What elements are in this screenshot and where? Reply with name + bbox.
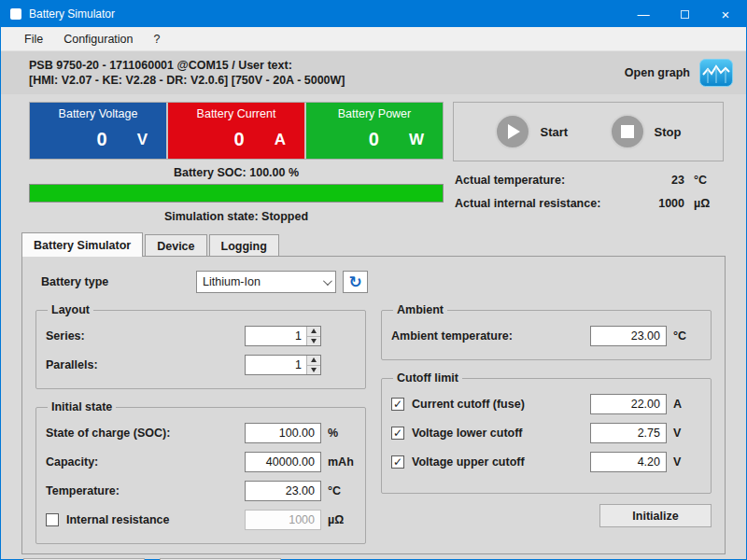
ambient-temperature-unit: °C <box>673 329 701 343</box>
actual-temperature-value: 23 <box>671 174 684 187</box>
voltage-lower-cutoff-checkbox[interactable]: ✓ <box>391 427 404 440</box>
power-unit: W <box>409 131 424 149</box>
current-unit: A <box>275 131 286 149</box>
actual-temperature-row: Actual temperature: 23 °C <box>455 174 722 187</box>
maximize-button[interactable] <box>664 1 705 27</box>
soc-input[interactable] <box>245 423 321 443</box>
voltage-lower-cutoff-input[interactable] <box>590 423 667 443</box>
temperature-input[interactable] <box>245 481 321 501</box>
actual-resistance-value: 1000 <box>658 197 684 210</box>
capacity-label: Capacity: <box>46 455 245 469</box>
voltage-lower-cutoff-row: ✓ Voltage lower cutoff V <box>391 422 701 444</box>
menu-file[interactable]: File <box>14 29 53 49</box>
close-icon: × <box>722 7 730 22</box>
play-icon <box>508 124 520 139</box>
actual-resistance-unit: µΩ <box>694 197 722 210</box>
parallels-label: Parallels: <box>46 358 245 371</box>
voltage-upper-cutoff-checkbox[interactable]: ✓ <box>391 455 404 469</box>
refresh-battery-type-button[interactable]: ↻ <box>343 271 368 293</box>
soc-progress-fill <box>30 185 443 202</box>
transport-panel: Start Stop <box>453 102 724 161</box>
ambient-temperature-row: Ambient temperature: °C <box>391 325 701 347</box>
soc-row: State of charge (SOC): % <box>46 422 356 444</box>
maximize-icon <box>681 10 689 19</box>
voltage-upper-cutoff-row: ✓ Voltage upper cutoff V <box>391 451 701 473</box>
soc-progress-bar <box>29 184 444 203</box>
tab-control: Battery Simulator Device Logging Battery… <box>21 232 726 554</box>
capacity-row: Capacity: mAh <box>46 451 356 473</box>
check-icon: ✓ <box>393 456 402 468</box>
ambient-group: Ambient Ambient temperature: °C <box>381 303 712 360</box>
voltage-upper-cutoff-unit: V <box>673 455 701 469</box>
voltage-meter-label: Battery Voltage <box>30 103 166 120</box>
simulation-state-label: Simulation state: Stopped <box>29 210 444 223</box>
stop-button-circle[interactable] <box>610 114 645 149</box>
menu-configuration[interactable]: Configuration <box>53 29 143 49</box>
series-row: Series: <box>46 325 356 347</box>
capacity-input[interactable] <box>245 452 321 472</box>
initial-state-group: Initial state State of charge (SOC): % C… <box>35 400 366 544</box>
start-button[interactable]: Start <box>495 114 568 149</box>
internal-resistance-checkbox[interactable] <box>46 513 59 526</box>
spin-down-icon <box>311 368 317 372</box>
current-cutoff-input[interactable] <box>590 394 667 414</box>
battery-type-label: Battery type <box>41 275 196 288</box>
soc-unit: % <box>328 427 356 440</box>
ambient-temperature-input[interactable] <box>590 326 667 346</box>
battery-type-select[interactable]: Lithium-Ion <box>196 271 336 293</box>
series-spin-down[interactable] <box>306 336 320 346</box>
open-graph-button[interactable]: Open graph <box>625 59 733 87</box>
dashboard: Battery Voltage 0 V Battery Current 0 A … <box>1 94 746 227</box>
current-value: 0 <box>234 129 245 150</box>
voltage-upper-cutoff-label: Voltage upper cutoff <box>412 455 525 469</box>
graph-icon[interactable] <box>699 59 733 87</box>
start-button-label: Start <box>540 125 568 139</box>
actual-temperature-label: Actual temperature: <box>455 174 671 187</box>
current-meter-label: Battery Current <box>168 103 304 120</box>
actual-resistance-label: Actual internal resistance: <box>455 197 658 210</box>
spin-up-icon <box>311 357 317 362</box>
series-spin-up[interactable] <box>306 327 320 336</box>
power-meter-label: Battery Power <box>306 103 443 120</box>
layout-group-title: Layout <box>48 303 93 316</box>
layout-group: Layout Series: <box>35 303 366 389</box>
start-button-circle[interactable] <box>495 114 530 149</box>
battery-soc-label: Battery SOC: 100.00 % <box>29 166 444 179</box>
internal-resistance-label: Internal resistance <box>66 513 169 526</box>
minimize-button[interactable]: — <box>623 1 664 27</box>
parallels-spin-up[interactable] <box>306 356 320 365</box>
internal-resistance-row: Internal resistance µΩ <box>46 509 356 531</box>
refresh-icon: ↻ <box>348 274 361 290</box>
temperature-row: Temperature: °C <box>46 480 356 502</box>
voltage-value: 0 <box>97 129 107 150</box>
initialize-button[interactable]: Initialize <box>599 504 712 527</box>
battery-type-selected: Lithium-Ion <box>203 275 323 288</box>
parallels-stepper[interactable] <box>245 355 321 375</box>
tab-logging[interactable]: Logging <box>209 234 279 257</box>
actual-temperature-unit: °C <box>694 174 722 187</box>
parallels-row: Parallels: <box>46 354 356 376</box>
parallels-spin-down[interactable] <box>306 365 320 375</box>
check-icon: ✓ <box>393 427 402 439</box>
tab-device[interactable]: Device <box>145 234 206 257</box>
menu-help[interactable]: ? <box>144 29 171 49</box>
window-title: Battery Simulator <box>29 7 115 21</box>
cutoff-limit-group-title: Cutoff limit <box>393 371 462 385</box>
voltage-upper-cutoff-input[interactable] <box>590 452 667 472</box>
power-meter: Battery Power 0 W <box>306 103 443 159</box>
actuals-panel: Actual temperature: 23 °C Actual interna… <box>453 174 724 210</box>
tab-battery-simulator[interactable]: Battery Simulator <box>21 232 143 257</box>
device-header: PSB 9750-20 - 1711060001 @COM15 / User t… <box>1 51 746 94</box>
current-cutoff-label: Current cutoff (fuse) <box>412 398 525 411</box>
footer-bar: Save configuration Load configuration Lo… <box>1 554 746 560</box>
stop-button[interactable]: Stop <box>610 114 682 149</box>
current-cutoff-checkbox[interactable]: ✓ <box>391 398 404 411</box>
capacity-unit: mAh <box>328 455 356 469</box>
close-button[interactable]: × <box>705 1 746 27</box>
current-meter: Battery Current 0 A <box>168 103 304 159</box>
chevron-down-icon <box>323 276 332 286</box>
device-info-line: PSB 9750-20 - 1711060001 @COM15 / User t… <box>29 59 345 72</box>
menu-bar: File Configuration ? <box>1 27 746 51</box>
series-stepper[interactable] <box>245 326 321 346</box>
check-icon: ✓ <box>393 399 402 410</box>
